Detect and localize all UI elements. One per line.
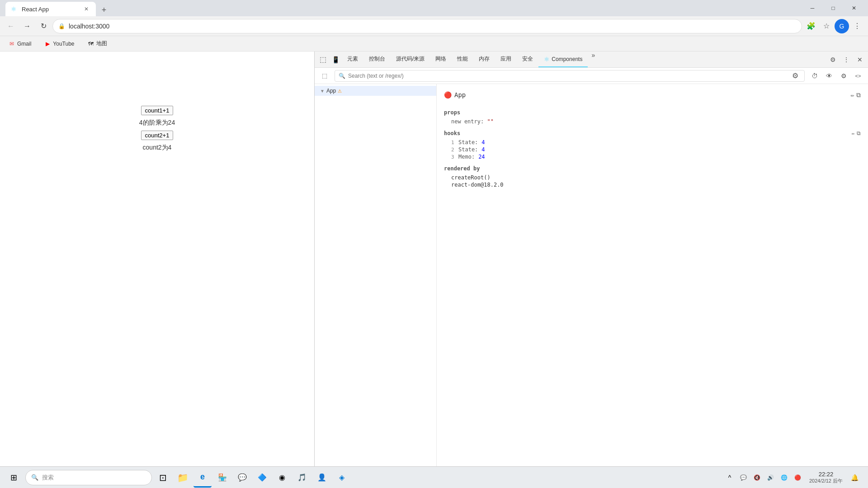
- props-section-title: props: [444, 109, 861, 116]
- tab-components[interactable]: ⚛ Components: [538, 52, 588, 67]
- component-tree: ▼ App ⚠: [315, 84, 437, 466]
- winamp-button[interactable]: 🎵: [293, 468, 311, 488]
- tab-source[interactable]: 源代码/来源: [391, 52, 430, 67]
- chrome-button[interactable]: ◉: [273, 468, 291, 488]
- main-area: count1+1 4的阶乘为24 count2+1 count2为4 ⬚ 📱 元…: [0, 52, 868, 466]
- start-button[interactable]: ⊞: [4, 468, 24, 488]
- tab-close-button[interactable]: ✕: [82, 5, 90, 13]
- settings-icon[interactable]: ⚙: [837, 70, 850, 82]
- prop-val: "": [487, 118, 493, 125]
- prop-new-entry: new entry: "": [444, 118, 861, 125]
- tray-red[interactable]: 🔴: [791, 471, 804, 484]
- address-text: localhost:3000: [69, 23, 796, 30]
- devtools-settings-btn[interactable]: ⚙: [826, 53, 839, 66]
- hooks-edit-icon[interactable]: ✏: [852, 130, 855, 136]
- taskbar-search[interactable]: 🔍 搜索: [25, 470, 152, 485]
- component-search-input[interactable]: [348, 73, 787, 79]
- tab-elements[interactable]: 元素: [342, 52, 363, 67]
- devtools-more-tabs[interactable]: »: [588, 52, 599, 67]
- new-tab-button[interactable]: +: [98, 4, 110, 16]
- ms-other-button[interactable]: 🔷: [253, 468, 271, 488]
- active-tab[interactable]: ⚛ React App ✕: [5, 2, 96, 16]
- more-button[interactable]: ⋮: [850, 19, 864, 33]
- notification-button[interactable]: 🔔: [848, 471, 861, 484]
- nav-right-actions: 🧩 ☆ G ⋮: [804, 19, 864, 33]
- bookmarks-bar: ✉ Gmail ▶ YouTube 🗺 地图: [0, 36, 868, 52]
- bookmark-youtube-label: YouTube: [53, 41, 74, 47]
- window-controls: ─ □ ✕: [802, 1, 864, 15]
- close-button[interactable]: ✕: [844, 1, 864, 15]
- ms-store-button[interactable]: 🏪: [213, 468, 231, 488]
- tab-memory[interactable]: 内存: [473, 52, 495, 67]
- inspector-app-header: 🔴 App ✏ ⧉: [444, 89, 861, 104]
- devtools-inspector: 🔴 App ✏ ⧉ props new entry: "": [437, 84, 868, 466]
- taskbar-right: ^ 💬 🔇 🔊 🌐 🔴 22:22 2024/2/12 后午 🔔: [720, 467, 864, 488]
- count2-button[interactable]: count2+1: [141, 131, 174, 140]
- tab-performance[interactable]: 性能: [452, 52, 473, 67]
- tree-warning-icon: ⚠: [338, 89, 342, 94]
- ms-teams-button[interactable]: 💬: [233, 468, 251, 488]
- hook-val-1: 4: [481, 139, 485, 145]
- profiler-icon[interactable]: ⏱: [808, 70, 821, 82]
- minimize-button[interactable]: ─: [802, 1, 823, 15]
- tab-security[interactable]: 安全: [517, 52, 538, 67]
- search-settings-icon[interactable]: ⚙: [790, 70, 801, 81]
- devtools-right-actions: ⏱ 👁 ⚙ <>: [808, 70, 864, 82]
- bookmark-maps[interactable]: 🗺 地图: [85, 39, 110, 48]
- tray-network[interactable]: 🌐: [778, 471, 790, 484]
- component-search-box[interactable]: 🔍 ⚙: [335, 70, 805, 82]
- vscode-button[interactable]: ◈: [333, 468, 351, 488]
- tab-console[interactable]: 控制台: [363, 52, 391, 67]
- tab-network[interactable]: 网络: [430, 52, 452, 67]
- title-bar: ⚛ React App ✕ + ─ □ ✕: [0, 0, 868, 16]
- bookmark-gmail-label: Gmail: [17, 41, 31, 47]
- inspector-edit-icon[interactable]: ✏: [851, 91, 854, 99]
- reload-button[interactable]: ↻: [36, 19, 51, 33]
- tree-item-app[interactable]: ▼ App ⚠: [315, 86, 436, 96]
- hook-num-1: 1: [451, 140, 457, 145]
- youtube-icon: ▶: [44, 40, 51, 47]
- hook-item-2: 2 State: 4: [444, 146, 861, 153]
- eye-icon[interactable]: 👁: [823, 70, 835, 82]
- hooks-section-title: hooks: [444, 130, 460, 136]
- hook-num-3: 3: [451, 154, 457, 160]
- rendered-item-2: react-dom@18.2.0: [444, 182, 861, 188]
- clock[interactable]: 22:22 2024/2/12 后午: [806, 471, 846, 484]
- clock-time: 22:22: [819, 471, 834, 478]
- maps-icon: 🗺: [87, 40, 94, 47]
- tab-application[interactable]: 应用: [495, 52, 517, 67]
- profile-button[interactable]: G: [835, 19, 849, 33]
- tray-speaker[interactable]: 🔊: [764, 471, 777, 484]
- maximize-button[interactable]: □: [823, 1, 844, 15]
- hooks-copy-icon[interactable]: ⧉: [857, 130, 861, 136]
- devtools-more-btn[interactable]: ⋮: [840, 53, 853, 66]
- rendered-by-section: rendered by createRoot() react-dom@18.2.…: [444, 165, 861, 188]
- component-select-btn[interactable]: ⬚: [318, 70, 331, 82]
- forward-button[interactable]: →: [20, 19, 34, 33]
- devtools-panel: ⬚ 📱 元素 控制台 源代码/来源 网络 性能 内存 应用 安全 ⚛ Compo…: [314, 52, 868, 466]
- devtools-sub-toolbar: ⬚ 🔍 ⚙ ⏱ 👁 ⚙ <>: [315, 68, 868, 84]
- task-view-button[interactable]: ⊡: [154, 468, 172, 488]
- devtools-device-btn[interactable]: 📱: [329, 53, 342, 66]
- taskbar-search-label: 搜索: [42, 474, 54, 482]
- bookmark-youtube[interactable]: ▶ YouTube: [41, 39, 77, 48]
- devtools-close-btn[interactable]: ✕: [854, 53, 866, 66]
- bookmark-button[interactable]: ☆: [819, 19, 834, 33]
- count1-button[interactable]: count1+1: [141, 106, 174, 115]
- inspector-copy-icon[interactable]: ⧉: [856, 91, 861, 99]
- code-icon[interactable]: <>: [852, 70, 864, 82]
- back-button[interactable]: ←: [4, 19, 18, 33]
- bookmark-gmail[interactable]: ✉ Gmail: [5, 39, 34, 48]
- tray-msg[interactable]: 💬: [737, 471, 750, 484]
- devtools-toolbar: ⬚ 📱 元素 控制台 源代码/来源 网络 性能 内存 应用 安全 ⚛ Compo…: [315, 52, 868, 68]
- gmail-icon: ✉: [8, 40, 15, 47]
- address-bar[interactable]: 🔒 localhost:3000: [52, 19, 802, 33]
- devtools-inspect-btn[interactable]: ⬚: [316, 53, 329, 66]
- edge-button[interactable]: e: [193, 468, 212, 488]
- user-icon[interactable]: 👤: [313, 468, 331, 488]
- tray-speaker-x[interactable]: 🔇: [750, 471, 763, 484]
- tray-chevron[interactable]: ^: [723, 471, 736, 484]
- file-explorer-button[interactable]: 📁: [174, 468, 192, 488]
- taskbar: ⊞ 🔍 搜索 ⊡ 📁 e 🏪 💬 🔷 ◉ 🎵 👤 ◈ ^ 💬 🔇 🔊 🌐 🔴: [0, 466, 868, 488]
- extensions-button[interactable]: 🧩: [804, 19, 818, 33]
